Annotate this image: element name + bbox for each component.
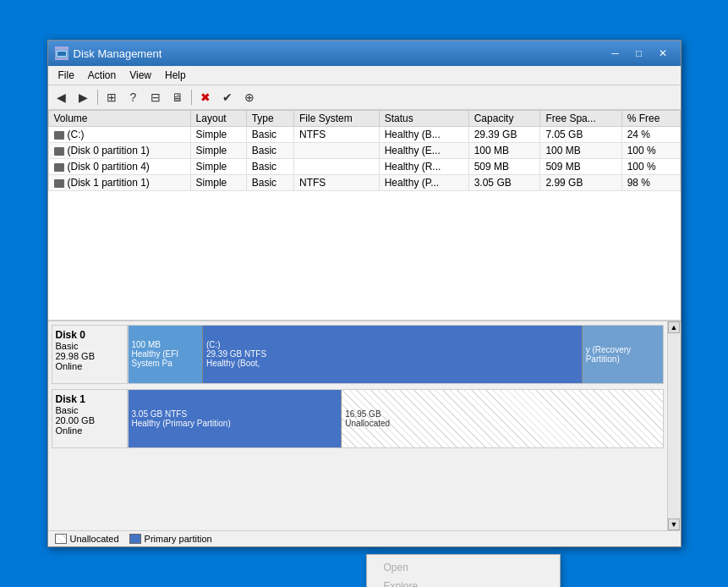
- disk-label: Disk 1Basic20.00 GBOnline: [52, 389, 128, 448]
- table-cell: Simple: [190, 159, 246, 175]
- table-cell: 98 %: [621, 175, 680, 191]
- table-cell: 3.05 GB: [468, 175, 540, 191]
- context-menu-item: Open: [367, 558, 560, 577]
- table-cell: (Disk 0 partition 1): [48, 143, 190, 159]
- disk-view-button[interactable]: 🖥: [167, 88, 188, 107]
- volume-table-area: Volume Layout Type File System Status Ca…: [48, 110, 681, 321]
- close-button[interactable]: ✕: [652, 45, 674, 62]
- partition[interactable]: y (Recovery Partition): [583, 326, 663, 383]
- table-row[interactable]: (Disk 0 partition 4)SimpleBasicHealthy (…: [48, 159, 680, 175]
- table-cell: 24 %: [621, 127, 680, 143]
- col-pct: % Free: [621, 111, 680, 127]
- title-bar-buttons: ─ □ ✕: [605, 45, 674, 62]
- drive-icon: [54, 179, 64, 188]
- app-icon: [55, 47, 68, 60]
- volume-table: Volume Layout Type File System Status Ca…: [48, 110, 681, 191]
- disk-partitions: 3.05 GB NTFSHealthy (Primary Partition)1…: [128, 389, 664, 448]
- legend-primary-box: [129, 534, 141, 544]
- table-row[interactable]: (Disk 0 partition 1)SimpleBasicHealthy (…: [48, 143, 680, 159]
- table-cell: (C:): [48, 127, 190, 143]
- table-cell: Basic: [246, 143, 293, 159]
- table-cell: 509 MB: [540, 159, 621, 175]
- add-button[interactable]: ⊕: [239, 88, 260, 107]
- menu-view[interactable]: View: [123, 68, 158, 83]
- partition[interactable]: (C:)29.39 GB NTFSHealthy (Boot,: [203, 326, 583, 383]
- context-menu-item: Explore: [367, 577, 560, 588]
- properties-button[interactable]: ⊟: [145, 88, 166, 107]
- menu-help[interactable]: Help: [158, 68, 193, 83]
- table-cell: 100 %: [621, 159, 680, 175]
- table-row[interactable]: (Disk 1 partition 1)SimpleBasicNTFSHealt…: [48, 175, 680, 191]
- table-cell: (Disk 0 partition 4): [48, 159, 190, 175]
- table-cell: NTFS: [294, 127, 380, 143]
- table-cell: 100 MB: [540, 143, 621, 159]
- partition[interactable]: 16.95 GBUnallocated: [342, 390, 662, 447]
- disk-label: Disk 0Basic29.98 GBOnline: [52, 325, 128, 384]
- col-volume: Volume: [48, 111, 190, 127]
- drive-icon: [54, 147, 64, 156]
- apply-button[interactable]: ✔: [217, 88, 238, 107]
- table-cell: Healthy (E...: [379, 143, 468, 159]
- table-cell: [294, 159, 380, 175]
- table-cell: Basic: [246, 159, 293, 175]
- partition[interactable]: 100 MBHealthy (EFI System Pa: [129, 326, 203, 383]
- table-cell: Basic: [246, 127, 293, 143]
- table-cell: NTFS: [294, 175, 380, 191]
- disk-row: Disk 0Basic29.98 GBOnline100 MBHealthy (…: [52, 325, 664, 384]
- table-cell: 2.99 GB: [540, 175, 621, 191]
- menu-file[interactable]: File: [52, 68, 81, 83]
- table-cell: Simple: [190, 143, 246, 159]
- col-layout: Layout: [190, 111, 246, 127]
- menu-bar: File Action View Help: [48, 66, 681, 85]
- table-cell: Simple: [190, 127, 246, 143]
- col-fs: File System: [294, 111, 380, 127]
- menu-action[interactable]: Action: [81, 68, 123, 83]
- disk-graphic-area: Disk 0Basic29.98 GBOnline100 MBHealthy (…: [48, 321, 667, 491]
- maximize-button[interactable]: □: [628, 45, 650, 62]
- forward-button[interactable]: ▶: [74, 88, 94, 107]
- scroll-up-button[interactable]: ▲: [668, 321, 680, 333]
- minimize-button[interactable]: ─: [605, 45, 627, 62]
- col-type: Type: [246, 111, 293, 127]
- table-row[interactable]: (C:)SimpleBasicNTFSHealthy (B...29.39 GB…: [48, 127, 680, 143]
- table-cell: Healthy (B...: [379, 127, 468, 143]
- title-bar: Disk Management ─ □ ✕: [48, 41, 681, 66]
- disk-partitions: 100 MBHealthy (EFI System Pa(C:)29.39 GB…: [128, 325, 664, 384]
- legend-primary-label: Primary partition: [145, 534, 212, 544]
- table-cell: 29.39 GB: [468, 127, 540, 143]
- table-cell: 7.05 GB: [540, 127, 621, 143]
- help-button[interactable]: ?: [123, 88, 144, 107]
- status-bar: Unallocated Primary partition: [48, 530, 681, 546]
- legend-unalloc-box: [55, 534, 67, 544]
- table-cell: 100 %: [621, 143, 680, 159]
- window-title: Disk Management: [74, 47, 605, 60]
- back-button[interactable]: ◀: [52, 88, 72, 107]
- scroll-down-button[interactable]: ▼: [668, 518, 680, 530]
- svg-rect-1: [57, 52, 66, 56]
- table-cell: [294, 143, 380, 159]
- drive-icon: [54, 131, 64, 140]
- context-menu: OpenExploreMark Partition as ActiveChang…: [366, 554, 561, 588]
- col-capacity: Capacity: [468, 111, 540, 127]
- legend-unalloc-label: Unallocated: [70, 534, 119, 544]
- col-status: Status: [379, 111, 468, 127]
- partition[interactable]: 3.05 GB NTFSHealthy (Primary Partition): [129, 390, 342, 447]
- table-cell: Basic: [246, 175, 293, 191]
- table-cell: Simple: [190, 175, 246, 191]
- table-cell: Healthy (P...: [379, 175, 468, 191]
- delete-button[interactable]: ✖: [195, 88, 216, 107]
- col-free: Free Spa...: [540, 111, 621, 127]
- table-cell: 509 MB: [468, 159, 540, 175]
- table-cell: (Disk 1 partition 1): [48, 175, 190, 191]
- legend-unallocated: Unallocated: [55, 534, 119, 544]
- drive-icon: [54, 163, 64, 172]
- table-cell: 100 MB: [468, 143, 540, 159]
- show-grid-button[interactable]: ⊞: [101, 88, 122, 107]
- disk-management-window: Disk Management ─ □ ✕ File Action View H…: [47, 40, 681, 547]
- legend-primary: Primary partition: [129, 534, 212, 544]
- disk-row: Disk 1Basic20.00 GBOnline3.05 GB NTFSHea…: [52, 389, 664, 448]
- toolbar: ◀ ▶ ⊞ ? ⊟ 🖥 ✖ ✔ ⊕: [48, 85, 681, 110]
- table-cell: Healthy (R...: [379, 159, 468, 175]
